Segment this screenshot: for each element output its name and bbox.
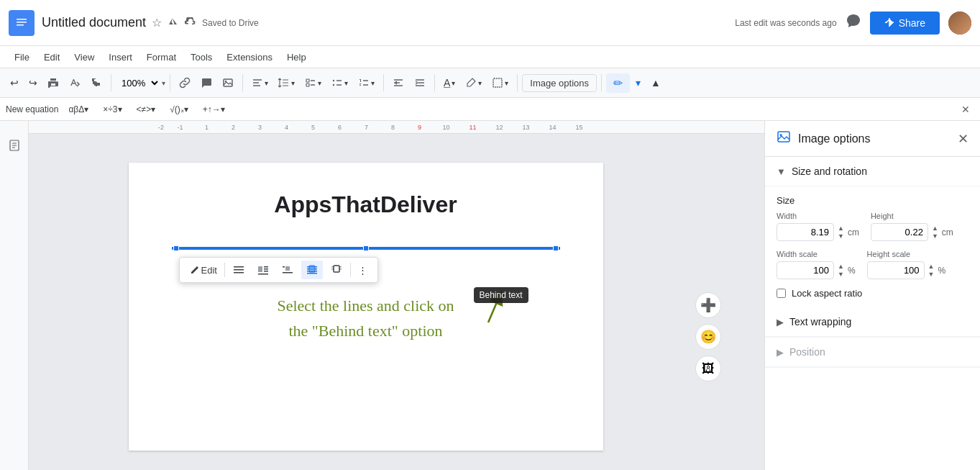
svg-point-5 <box>225 81 226 82</box>
checklist-button[interactable]: ▾ <box>301 74 326 91</box>
menu-file[interactable]: File <box>9 49 35 65</box>
zoom-select[interactable]: 100% 75% 125% <box>116 76 160 91</box>
pencil-button[interactable]: ✏ <box>606 73 630 93</box>
height-scale-field: Height scale ▲ ▼ % <box>867 250 946 279</box>
toolbar: ↩ ↪ 100% 75% 125% ▾ ▾ ▾ ▾ ▾ <box>0 68 980 98</box>
width-up-button[interactable]: ▲ <box>837 225 845 232</box>
svg-rect-20 <box>285 266 290 271</box>
size-rotation-header[interactable]: ▼ Size and rotation <box>765 157 980 186</box>
eq-sqrt-button[interactable]: √()ₓ▾ <box>165 101 193 117</box>
left-handle[interactable] <box>173 245 179 251</box>
eq-alpha-button[interactable]: αβΔ▾ <box>64 101 93 117</box>
menu-edit[interactable]: Edit <box>38 49 65 65</box>
document-page[interactable]: AppsThatDeliver <box>129 163 603 451</box>
height-scale-input[interactable] <box>867 261 925 279</box>
svg-rect-4 <box>224 79 232 86</box>
comment-icon[interactable] <box>846 13 861 32</box>
svg-rect-30 <box>334 266 339 272</box>
height-down-button[interactable]: ▼ <box>931 232 939 240</box>
avatar[interactable] <box>948 12 971 35</box>
page-view-button[interactable] <box>4 135 24 155</box>
panel-close-button[interactable]: ✕ <box>958 131 968 147</box>
spellcheck-button[interactable] <box>65 74 85 91</box>
redo-button[interactable]: ↪ <box>24 74 42 91</box>
image-options-panel: Image options ✕ ▼ Size and rotation Size… <box>764 121 980 470</box>
doc-title[interactable]: Untitled document <box>42 15 146 30</box>
text-wrapping-title: Text wrapping <box>789 316 968 327</box>
image-options-toolbar-button[interactable]: Image options <box>522 74 597 92</box>
lock-aspect-checkbox[interactable] <box>777 289 786 298</box>
eq-arrows-button[interactable]: +↑→▾ <box>198 101 229 117</box>
ft-wrap-inline-button[interactable] <box>228 261 249 279</box>
border-button[interactable]: ▾ <box>487 74 513 91</box>
drive-button[interactable] <box>168 16 179 30</box>
menu-extensions[interactable]: Extensions <box>221 49 278 65</box>
image-insert-button[interactable]: 🖼 <box>695 356 721 381</box>
menu-tools[interactable]: Tools <box>185 49 218 65</box>
svg-rect-21 <box>283 272 293 274</box>
image-toolbar-button[interactable] <box>218 74 238 91</box>
emoji-button[interactable]: 😊 <box>695 324 721 350</box>
document-area[interactable]: AppsThatDeliver <box>29 134 764 470</box>
collapse-toolbar-button[interactable]: ▲ <box>646 74 665 91</box>
height-scale-up-button[interactable]: ▲ <box>928 263 935 271</box>
height-scale-down-button[interactable]: ▼ <box>928 271 935 279</box>
divider-2 <box>170 74 170 91</box>
ft-edit-button[interactable]: Edit <box>186 262 221 279</box>
behind-text-tooltip: Behind text <box>474 287 528 303</box>
equation-bar: New equation αβΔ▾ ×÷3▾ <≠>▾ √()ₓ▾ +↑→▾ ✕ <box>0 98 980 121</box>
menu-help[interactable]: Help <box>281 49 312 65</box>
ft-more-button[interactable]: ⋮ <box>354 262 372 279</box>
zoom-control[interactable]: 100% 75% 125% ▾ <box>116 76 165 91</box>
eq-ops-button[interactable]: ×÷3▾ <box>99 101 126 117</box>
add-content-button[interactable]: ➕ <box>695 292 721 318</box>
line-spacing-button[interactable]: ▾ <box>274 74 299 91</box>
pencil-dropdown[interactable]: ▾ <box>631 74 645 91</box>
center-area: -2 -1 1 2 3 4 5 6 7 8 9 10 11 12 13 14 1… <box>29 121 764 470</box>
height-input[interactable] <box>871 223 928 241</box>
panel-icon <box>777 130 791 148</box>
numbered-list-button[interactable]: ▾ <box>354 74 379 91</box>
width-scale-up-button[interactable]: ▲ <box>837 263 845 271</box>
width-down-button[interactable]: ▼ <box>837 232 845 240</box>
selected-line-container[interactable]: Edit <box>172 247 560 250</box>
size-rotation-collapse-icon: ▼ <box>777 166 786 177</box>
star-button[interactable]: ☆ <box>152 16 162 30</box>
align-button[interactable]: ▾ <box>247 74 273 91</box>
highlight-button[interactable]: ▾ <box>461 74 486 91</box>
width-input[interactable] <box>777 223 834 241</box>
position-expand-icon: ▶ <box>777 347 784 358</box>
width-scale-input[interactable] <box>777 261 834 279</box>
ft-wrap-break-button[interactable] <box>277 261 298 279</box>
size-rotation-section: ▼ Size and rotation Size Width ▲ ▼ <box>765 157 980 307</box>
text-color-button[interactable]: A ▾ <box>439 74 459 91</box>
menu-insert[interactable]: Insert <box>103 49 138 65</box>
menu-view[interactable]: View <box>68 49 100 65</box>
share-button[interactable]: Share <box>870 12 940 35</box>
print-button[interactable] <box>43 74 63 91</box>
width-scale-down-button[interactable]: ▼ <box>837 271 845 279</box>
increase-indent-button[interactable] <box>410 74 430 91</box>
ft-wrap-front-button[interactable] <box>326 261 347 279</box>
menu-format[interactable]: Format <box>141 49 182 65</box>
eq-relations-button[interactable]: <≠>▾ <box>132 101 160 117</box>
position-header[interactable]: ▶ Position <box>765 338 980 367</box>
comment-toolbar-button[interactable] <box>196 74 216 91</box>
bullet-list-button[interactable]: ▾ <box>327 74 352 91</box>
selected-line[interactable] <box>172 247 560 250</box>
right-handle[interactable] <box>553 245 559 251</box>
ft-wrap-behind-button[interactable] <box>301 261 323 279</box>
size-rotation-content: Size Width ▲ ▼ cm <box>765 186 980 307</box>
mid-handle[interactable] <box>363 245 369 251</box>
equation-close-button[interactable]: ✕ <box>957 101 974 118</box>
ft-wrap-left-button[interactable] <box>252 261 274 279</box>
link-button[interactable] <box>175 74 195 91</box>
height-unit: cm <box>942 227 953 238</box>
paint-format-button[interactable] <box>86 74 106 91</box>
text-wrapping-header[interactable]: ▶ Text wrapping <box>765 307 980 337</box>
app-icon <box>9 10 35 36</box>
text-wrapping-expand-icon: ▶ <box>777 317 784 327</box>
height-up-button[interactable]: ▲ <box>931 225 939 232</box>
undo-button[interactable]: ↩ <box>6 74 23 91</box>
decrease-indent-button[interactable] <box>388 74 408 91</box>
